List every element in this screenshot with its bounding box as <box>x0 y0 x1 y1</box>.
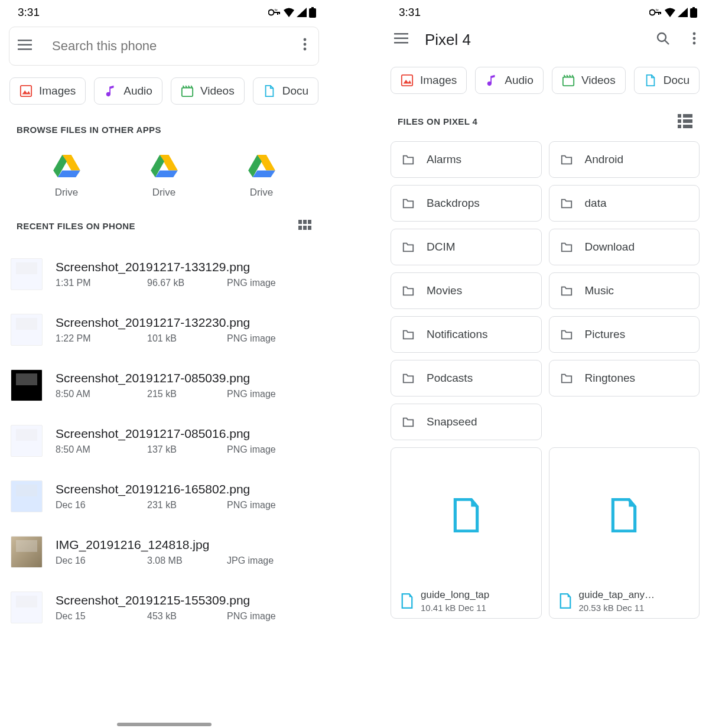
file-name: IMG_20191216_124818.jpg <box>56 538 317 552</box>
file-size: 231 kB <box>147 500 227 511</box>
svg-rect-14 <box>182 88 193 97</box>
folder-item[interactable]: Podcasts <box>391 360 542 396</box>
drive-apps-row: Drive Drive Drive <box>0 137 328 200</box>
file-info: Screenshot_20191217-085039.png 8:50 AM 2… <box>56 371 317 399</box>
file-row[interactable]: Screenshot_20191217-133129.png 1:31 PM 9… <box>11 246 317 302</box>
folder-name: Ringtones <box>585 372 636 385</box>
more-icon[interactable] <box>303 38 310 54</box>
folder-icon <box>402 328 415 341</box>
search-input[interactable]: Search this phone <box>9 27 319 66</box>
file-size: 3.08 MB <box>147 555 227 566</box>
grid-view-icon[interactable] <box>298 220 311 232</box>
chip-videos[interactable]: Videos <box>552 67 626 94</box>
folder-name: Music <box>585 284 614 297</box>
file-name: Screenshot_20191217-085039.png <box>56 371 317 385</box>
file-info: Screenshot_20191217-133129.png 1:31 PM 9… <box>56 260 317 288</box>
svg-rect-2 <box>277 12 278 15</box>
drive-icon <box>53 154 80 177</box>
file-row[interactable]: Screenshot_20191215-155309.png Dec 15 45… <box>11 580 317 635</box>
svg-point-35 <box>693 41 696 44</box>
folder-item[interactable]: Alarms <box>391 141 542 178</box>
file-icon <box>391 448 541 583</box>
folder-item[interactable]: DCIM <box>391 229 542 265</box>
search-icon[interactable] <box>656 31 670 49</box>
vpn-key-icon: G <box>268 9 281 16</box>
file-cards: guide_long_tap 10.41 kB Dec 11 guide_tap… <box>381 440 709 619</box>
svg-rect-16 <box>303 220 307 224</box>
folder-icon <box>402 284 415 297</box>
file-time: Dec 15 <box>56 611 147 622</box>
hamburger-icon[interactable] <box>391 33 412 47</box>
chip-images[interactable]: Images <box>9 77 86 105</box>
svg-rect-17 <box>308 220 311 224</box>
file-row[interactable]: Screenshot_20191217-085016.png 8:50 AM 1… <box>11 413 317 469</box>
folder-item[interactable]: Pictures <box>549 316 700 353</box>
folder-item[interactable]: Android <box>549 141 700 178</box>
folder-name: Alarms <box>427 153 461 166</box>
file-row[interactable]: Screenshot_20191217-132230.png 1:22 PM 1… <box>11 302 317 358</box>
folder-icon <box>402 153 415 166</box>
svg-rect-29 <box>394 38 408 40</box>
chip-audio[interactable]: Audio <box>94 77 162 105</box>
file-thumbnail <box>11 536 43 568</box>
list-view-icon[interactable] <box>678 114 692 128</box>
file-row[interactable]: Screenshot_20191217-085039.png 8:50 AM 2… <box>11 358 317 413</box>
wifi-icon <box>284 8 294 17</box>
svg-rect-24 <box>660 12 661 14</box>
file-time: 1:22 PM <box>56 333 147 344</box>
svg-rect-28 <box>394 33 408 35</box>
file-row[interactable]: Screenshot_20191216-165802.png Dec 16 23… <box>11 469 317 524</box>
file-meta: 10.41 kB Dec 11 <box>421 602 489 614</box>
wifi-icon <box>665 8 675 17</box>
file-list[interactable]: Screenshot_20191217-133129.png 1:31 PM 9… <box>0 235 328 635</box>
folder-icon <box>402 372 415 385</box>
search-placeholder: Search this phone <box>41 38 303 54</box>
folder-item[interactable]: Snapseed <box>391 404 542 440</box>
music-note-icon <box>485 74 498 87</box>
file-type: PNG image <box>227 278 276 288</box>
folder-icon <box>560 197 573 210</box>
drive-icon <box>151 154 178 177</box>
file-row[interactable]: IMG_20191216_124818.jpg Dec 16 3.08 MB J… <box>11 524 317 580</box>
folder-name: Movies <box>427 284 462 297</box>
chip-documents[interactable]: Docu <box>253 77 318 105</box>
folder-name: Download <box>585 240 635 254</box>
drive-app[interactable]: Drive <box>129 154 200 199</box>
drive-app[interactable]: Drive <box>31 154 102 199</box>
file-card[interactable]: guide_long_tap 10.41 kB Dec 11 <box>391 447 542 619</box>
folder-item[interactable]: Backdrops <box>391 185 542 222</box>
file-card[interactable]: guide_tap_any… 20.53 kB Dec 11 <box>549 447 700 619</box>
chip-images[interactable]: Images <box>391 67 467 94</box>
file-time: 8:50 AM <box>56 389 147 399</box>
folder-item[interactable]: Music <box>549 272 700 309</box>
drive-app[interactable]: Drive <box>226 154 297 199</box>
file-type: PNG image <box>227 611 276 622</box>
file-thumbnail <box>11 314 43 346</box>
svg-rect-1 <box>274 12 279 13</box>
svg-point-21 <box>650 10 655 15</box>
file-icon <box>263 84 276 98</box>
svg-text:G: G <box>656 9 659 11</box>
folder-item[interactable]: Download <box>549 229 700 265</box>
recent-files-header: RECENT FILES ON PHONE <box>0 200 328 235</box>
chip-audio[interactable]: Audio <box>475 67 544 94</box>
image-icon <box>401 74 414 87</box>
svg-rect-6 <box>311 7 314 9</box>
folder-item[interactable]: Notifications <box>391 316 542 353</box>
chip-videos[interactable]: Videos <box>171 77 245 105</box>
folder-item[interactable]: Ringtones <box>549 360 700 396</box>
file-size: 137 kB <box>147 444 227 455</box>
svg-rect-18 <box>298 226 302 230</box>
movie-icon <box>181 84 194 98</box>
folder-icon <box>560 240 573 254</box>
svg-line-32 <box>665 40 669 44</box>
hamburger-icon[interactable] <box>18 40 41 53</box>
file-name: Screenshot_20191217-085016.png <box>56 427 317 441</box>
folder-item[interactable]: Movies <box>391 272 542 309</box>
chip-documents[interactable]: Docu <box>634 67 700 94</box>
file-thumbnail <box>11 592 43 623</box>
folder-item[interactable]: data <box>549 185 700 222</box>
folder-name: DCIM <box>427 240 456 254</box>
more-icon[interactable] <box>692 32 696 48</box>
folder-name: Notifications <box>427 328 488 341</box>
